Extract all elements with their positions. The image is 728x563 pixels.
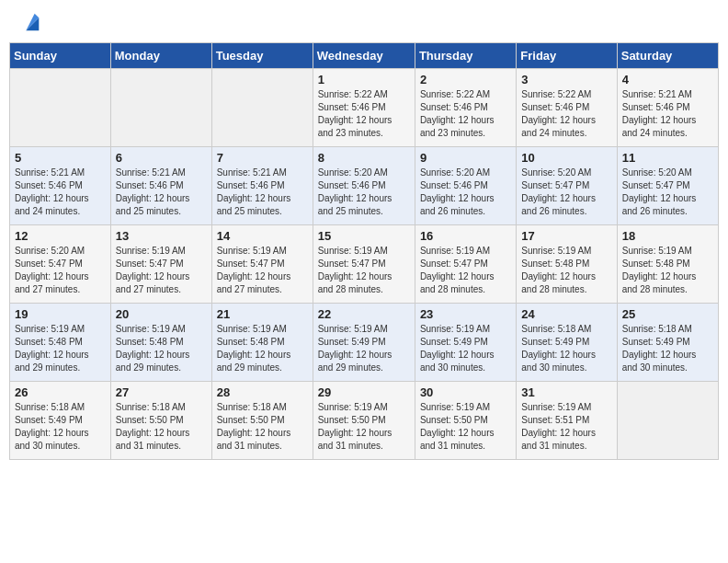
day-number: 4	[622, 73, 713, 86]
day-number: 11	[622, 151, 713, 165]
calendar-cell: 19Sunrise: 5:19 AM Sunset: 5:48 PM Dayli…	[10, 304, 111, 382]
day-number: 29	[318, 385, 410, 399]
weekday-header-row: SundayMondayTuesdayWednesdayThursdayFrid…	[10, 43, 719, 69]
weekday-header-wednesday: Wednesday	[313, 43, 415, 69]
day-number: 27	[116, 385, 207, 399]
day-number: 1	[318, 73, 410, 86]
day-number: 5	[15, 151, 106, 165]
day-number: 8	[318, 151, 410, 165]
calendar-cell: 1Sunrise: 5:22 AM Sunset: 5:46 PM Daylig…	[313, 69, 415, 147]
day-number: 12	[15, 229, 106, 243]
day-info: Sunrise: 5:20 AM Sunset: 5:46 PM Dayligh…	[420, 167, 511, 218]
calendar-cell: 16Sunrise: 5:19 AM Sunset: 5:47 PM Dayli…	[415, 225, 516, 304]
day-info: Sunrise: 5:18 AM Sunset: 5:50 PM Dayligh…	[217, 401, 308, 453]
day-info: Sunrise: 5:19 AM Sunset: 5:47 PM Dayligh…	[420, 245, 511, 296]
page-header	[9, 9, 719, 35]
day-info: Sunrise: 5:19 AM Sunset: 5:48 PM Dayligh…	[15, 323, 106, 374]
calendar-cell: 28Sunrise: 5:18 AM Sunset: 5:50 PM Dayli…	[211, 382, 313, 460]
calendar-cell: 29Sunrise: 5:19 AM Sunset: 5:50 PM Dayli…	[313, 382, 415, 460]
calendar-cell: 22Sunrise: 5:19 AM Sunset: 5:49 PM Dayli…	[313, 304, 415, 382]
day-info: Sunrise: 5:19 AM Sunset: 5:51 PM Dayligh…	[521, 401, 611, 453]
day-info: Sunrise: 5:20 AM Sunset: 5:46 PM Dayligh…	[318, 167, 410, 218]
day-info: Sunrise: 5:18 AM Sunset: 5:50 PM Dayligh…	[116, 401, 207, 453]
calendar-week-row: 1Sunrise: 5:22 AM Sunset: 5:46 PM Daylig…	[10, 69, 719, 147]
weekday-header-sunday: Sunday	[10, 43, 111, 69]
day-number: 16	[420, 229, 511, 243]
day-info: Sunrise: 5:19 AM Sunset: 5:48 PM Dayligh…	[116, 323, 207, 374]
logo	[14, 9, 43, 35]
day-info: Sunrise: 5:19 AM Sunset: 5:50 PM Dayligh…	[318, 401, 410, 453]
calendar-cell: 15Sunrise: 5:19 AM Sunset: 5:47 PM Dayli…	[313, 225, 415, 304]
day-info: Sunrise: 5:22 AM Sunset: 5:46 PM Dayligh…	[420, 88, 511, 140]
calendar-cell: 7Sunrise: 5:21 AM Sunset: 5:46 PM Daylig…	[211, 147, 313, 225]
day-info: Sunrise: 5:19 AM Sunset: 5:48 PM Dayligh…	[622, 245, 713, 296]
day-number: 24	[521, 307, 611, 321]
day-info: Sunrise: 5:18 AM Sunset: 5:49 PM Dayligh…	[15, 401, 106, 453]
calendar-cell	[617, 382, 718, 460]
day-info: Sunrise: 5:21 AM Sunset: 5:46 PM Dayligh…	[116, 167, 207, 218]
day-info: Sunrise: 5:19 AM Sunset: 5:48 PM Dayligh…	[217, 323, 308, 374]
day-number: 18	[622, 229, 713, 243]
day-number: 25	[622, 307, 713, 321]
calendar-week-row: 19Sunrise: 5:19 AM Sunset: 5:48 PM Dayli…	[10, 304, 719, 382]
calendar-week-row: 26Sunrise: 5:18 AM Sunset: 5:49 PM Dayli…	[10, 382, 719, 460]
day-number: 26	[15, 385, 106, 399]
calendar-cell: 25Sunrise: 5:18 AM Sunset: 5:49 PM Dayli…	[617, 304, 718, 382]
calendar-cell: 11Sunrise: 5:20 AM Sunset: 5:47 PM Dayli…	[617, 147, 718, 225]
calendar-cell: 24Sunrise: 5:18 AM Sunset: 5:49 PM Dayli…	[517, 304, 617, 382]
day-number: 13	[116, 229, 207, 243]
weekday-header-saturday: Saturday	[617, 43, 718, 69]
day-number: 6	[116, 151, 207, 165]
calendar-cell: 14Sunrise: 5:19 AM Sunset: 5:47 PM Dayli…	[211, 225, 313, 304]
calendar-cell: 27Sunrise: 5:18 AM Sunset: 5:50 PM Dayli…	[110, 382, 211, 460]
calendar-week-row: 5Sunrise: 5:21 AM Sunset: 5:46 PM Daylig…	[10, 147, 719, 225]
day-info: Sunrise: 5:20 AM Sunset: 5:47 PM Dayligh…	[15, 245, 106, 296]
day-info: Sunrise: 5:19 AM Sunset: 5:47 PM Dayligh…	[217, 245, 308, 296]
calendar-table: SundayMondayTuesdayWednesdayThursdayFrid…	[9, 42, 719, 460]
calendar-cell: 31Sunrise: 5:19 AM Sunset: 5:51 PM Dayli…	[517, 382, 617, 460]
day-info: Sunrise: 5:22 AM Sunset: 5:46 PM Dayligh…	[318, 88, 410, 140]
day-info: Sunrise: 5:18 AM Sunset: 5:49 PM Dayligh…	[521, 323, 611, 374]
day-info: Sunrise: 5:18 AM Sunset: 5:49 PM Dayligh…	[622, 323, 713, 374]
calendar-cell: 3Sunrise: 5:22 AM Sunset: 5:46 PM Daylig…	[517, 69, 617, 147]
weekday-header-thursday: Thursday	[415, 43, 516, 69]
weekday-header-tuesday: Tuesday	[211, 43, 313, 69]
weekday-header-friday: Friday	[517, 43, 617, 69]
day-number: 23	[420, 307, 511, 321]
day-number: 28	[217, 385, 308, 399]
day-info: Sunrise: 5:19 AM Sunset: 5:49 PM Dayligh…	[318, 323, 410, 374]
day-info: Sunrise: 5:19 AM Sunset: 5:47 PM Dayligh…	[116, 245, 207, 296]
day-number: 3	[521, 73, 611, 86]
day-number: 31	[521, 385, 611, 399]
day-number: 20	[116, 307, 207, 321]
day-info: Sunrise: 5:19 AM Sunset: 5:47 PM Dayligh…	[318, 245, 410, 296]
day-info: Sunrise: 5:19 AM Sunset: 5:49 PM Dayligh…	[420, 323, 511, 374]
calendar-cell: 21Sunrise: 5:19 AM Sunset: 5:48 PM Dayli…	[211, 304, 313, 382]
day-info: Sunrise: 5:19 AM Sunset: 5:48 PM Dayligh…	[521, 245, 611, 296]
day-info: Sunrise: 5:20 AM Sunset: 5:47 PM Dayligh…	[521, 167, 611, 218]
day-number: 21	[217, 307, 308, 321]
day-info: Sunrise: 5:19 AM Sunset: 5:50 PM Dayligh…	[420, 401, 511, 453]
calendar-cell: 20Sunrise: 5:19 AM Sunset: 5:48 PM Dayli…	[110, 304, 211, 382]
day-info: Sunrise: 5:20 AM Sunset: 5:47 PM Dayligh…	[622, 167, 713, 218]
day-info: Sunrise: 5:21 AM Sunset: 5:46 PM Dayligh…	[622, 88, 713, 140]
calendar-cell: 23Sunrise: 5:19 AM Sunset: 5:49 PM Dayli…	[415, 304, 516, 382]
calendar-cell	[211, 69, 313, 147]
calendar-cell: 10Sunrise: 5:20 AM Sunset: 5:47 PM Dayli…	[517, 147, 617, 225]
day-number: 10	[521, 151, 611, 165]
calendar-cell	[10, 69, 111, 147]
calendar-cell: 5Sunrise: 5:21 AM Sunset: 5:46 PM Daylig…	[10, 147, 111, 225]
calendar-cell: 8Sunrise: 5:20 AM Sunset: 5:46 PM Daylig…	[313, 147, 415, 225]
calendar-cell: 18Sunrise: 5:19 AM Sunset: 5:48 PM Dayli…	[617, 225, 718, 304]
day-number: 22	[318, 307, 410, 321]
day-info: Sunrise: 5:21 AM Sunset: 5:46 PM Dayligh…	[217, 167, 308, 218]
weekday-header-monday: Monday	[110, 43, 211, 69]
day-number: 15	[318, 229, 410, 243]
day-number: 7	[217, 151, 308, 165]
calendar-week-row: 12Sunrise: 5:20 AM Sunset: 5:47 PM Dayli…	[10, 225, 719, 304]
calendar-cell: 30Sunrise: 5:19 AM Sunset: 5:50 PM Dayli…	[415, 382, 516, 460]
day-number: 2	[420, 73, 511, 86]
day-number: 30	[420, 385, 511, 399]
calendar-cell: 13Sunrise: 5:19 AM Sunset: 5:47 PM Dayli…	[110, 225, 211, 304]
calendar-cell: 26Sunrise: 5:18 AM Sunset: 5:49 PM Dayli…	[10, 382, 111, 460]
